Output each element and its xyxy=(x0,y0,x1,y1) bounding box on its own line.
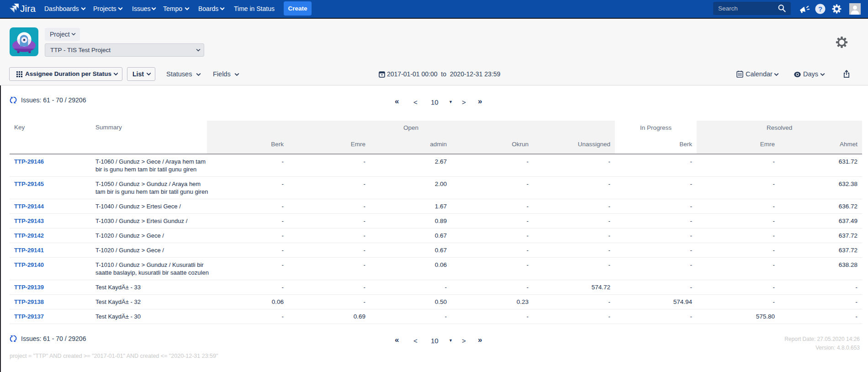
svg-text:?: ? xyxy=(818,5,822,13)
